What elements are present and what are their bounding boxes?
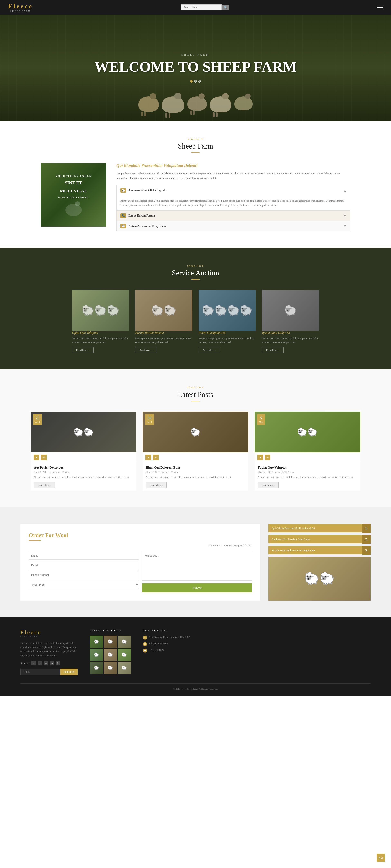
service-card-img-2: 🐑🐑: [135, 290, 192, 331]
service-card-2: 🐑🐑 Earum Rerum Tenetur Neque porro quisq…: [135, 290, 192, 353]
accordion-header-2[interactable]: 🐾 Itaque Earum Rerum ∨: [117, 211, 350, 221]
footer-top: Fleece SHEEP FARM Duis aute irure dolor …: [21, 629, 370, 675]
logo-text: Fleece: [8, 2, 33, 10]
service-card-btn-4[interactable]: Read More...: [262, 347, 283, 353]
numbered-item-text-1: Qui Officia Deserunt Mollit Anim Id Est: [268, 524, 362, 532]
instagram-grid: 🐑 🐑 🐑 🐑 🐑 🐑 🐑 🐑 🐑: [90, 636, 131, 674]
contact-title: CONTACT INFO: [143, 629, 370, 632]
accordion-title-2: Itaque Earum Rerum: [128, 214, 344, 217]
insta-thumb-7[interactable]: 🐑: [90, 662, 103, 674]
post-img-wrap-3: 🐑🐑 5 May: [254, 412, 360, 453]
post-title-3: Fugiat Quo Voluptas: [258, 466, 357, 469]
order-form-container: Order For Wool Neque porro quisquam est …: [21, 524, 260, 600]
message-textarea[interactable]: [142, 552, 252, 581]
post-like-btn-2[interactable]: ♥: [146, 455, 151, 460]
order-image: 🐑🐑: [268, 557, 370, 600]
logo: Fleece SHEEP FARM: [8, 2, 33, 12]
footer-instagram: INSTAGRAM POSTS 🐑 🐑 🐑 🐑 🐑 🐑 🐑 🐑 🐑: [90, 629, 131, 675]
footer-email-input[interactable]: [21, 669, 60, 675]
social-twitter[interactable]: t: [38, 661, 42, 665]
insta-thumb-8[interactable]: 🐑: [104, 662, 117, 674]
post-text-1: Neque porro quisquam est, qui dolorem ip…: [34, 475, 133, 479]
submit-button[interactable]: Submit: [142, 583, 252, 592]
post-meta-1: April 15, 2016 / 5 Comments / 15 Views: [34, 471, 133, 473]
footer-bottom: © 2016 Fleece Sheep Farm. All Rights Res…: [21, 683, 370, 690]
phone-input[interactable]: [29, 571, 139, 579]
posts-grid: 🐑🐑 25 April ♥ ✉ Aut Perfer Doloribus Apr…: [31, 412, 360, 491]
post-date-badge-1: 25 April: [33, 414, 42, 425]
service-card-title-3: Porro Quisquam Est: [199, 331, 256, 335]
accordion-item-1: 🐑 Assumenda Est Cliche Repreh ∧ Anim par…: [117, 185, 350, 211]
order-form-fields: Wool Type Merino Cashmere Angora Lambswo…: [29, 552, 139, 592]
social-googleplus[interactable]: g+: [44, 661, 48, 665]
numbered-item-2: Cupidatat Non Proident, Sunt Culpa 2.: [268, 535, 370, 544]
hero-dot-3[interactable]: [198, 80, 201, 83]
welcome-label: welcome to: [41, 137, 350, 141]
hero-title: WELCOME TO SHEEP FARM: [94, 59, 297, 75]
accordion-body-1: Anim pariatur cliche reprehenderit, enim…: [117, 195, 350, 210]
footer-logo-area: Fleece SHEEP FARM Duis aute irure dolor …: [21, 629, 78, 675]
search-area: 🔍: [181, 4, 229, 10]
service-card-btn-2[interactable]: Read More...: [135, 347, 157, 353]
post-read-more-1[interactable]: Read More...: [34, 482, 55, 488]
post-comment-btn-1[interactable]: ✉: [41, 455, 47, 460]
accordion-title-1: Assumenda Est Cliche Repreh: [128, 189, 344, 192]
search-input[interactable]: [181, 4, 222, 10]
post-actions-2: ♥ ✉: [143, 453, 248, 463]
card-1-sheep: 🐑🐑🐑: [82, 305, 120, 316]
post-comment-btn-3[interactable]: ✉: [265, 455, 270, 460]
post-date-month-3: May: [259, 421, 263, 423]
insta-thumb-1[interactable]: 🐑: [90, 636, 103, 648]
name-input[interactable]: [29, 552, 139, 560]
card-2-sheep: 🐑🐑: [151, 305, 177, 316]
post-like-btn-1[interactable]: ♥: [33, 455, 39, 460]
numbered-item-num-3: 3.: [362, 546, 370, 555]
post-read-more-3[interactable]: Read More...: [258, 482, 279, 488]
order-divider: [29, 540, 41, 540]
hero-section: SHEEP FARM WELCOME TO SHEEP FARM: [0, 15, 391, 121]
email-input[interactable]: [29, 562, 139, 569]
hero-dots: [94, 80, 297, 83]
search-button[interactable]: 🔍: [222, 5, 229, 10]
post-date-badge-2: 30 April: [145, 414, 154, 425]
welcome-content: VOLUPTATES ANDAE SINT ET MOLESTIAE NON R…: [41, 163, 350, 231]
post-comment-btn-2[interactable]: ✉: [153, 455, 158, 460]
accordion-icon-1: 🐑: [120, 188, 126, 193]
service-label: Sheep Farm: [21, 264, 370, 268]
footer-subscribe-button[interactable]: Subscribe: [60, 669, 78, 675]
service-card-btn-1[interactable]: Read More...: [72, 347, 94, 353]
accordion-header-1[interactable]: 🐑 Assumenda Est Cliche Repreh ∧: [117, 185, 350, 195]
insta-thumb-5[interactable]: 🐑: [104, 649, 117, 661]
insta-thumb-9[interactable]: 🐑: [118, 662, 131, 674]
service-card-title-4: Ipsum Quia Dolor Sit: [262, 331, 319, 335]
service-card-btn-3[interactable]: Read More...: [199, 347, 220, 353]
post-like-btn-3[interactable]: ♥: [258, 455, 263, 460]
hamburger-menu[interactable]: [377, 5, 383, 9]
hero-dot-1[interactable]: [190, 80, 193, 83]
hero-sheep-silhouettes: [138, 96, 253, 113]
insta-thumb-3[interactable]: 🐑: [118, 636, 131, 648]
footer-desc: Duis aute irure dolor te reprehenderit i…: [21, 641, 78, 658]
post-image-3: 🐑🐑: [254, 412, 360, 453]
insta-thumb-2[interactable]: 🐑: [104, 636, 117, 648]
wool-type-select[interactable]: Wool Type Merino Cashmere Angora Lambswo…: [29, 581, 139, 589]
hero-dot-2[interactable]: [194, 80, 197, 83]
social-linkedin[interactable]: in: [56, 661, 60, 665]
social-facebook[interactable]: f: [31, 661, 36, 665]
post-content-3: Fugiat Quo Voluptas May 15, 2016 / 5 Com…: [254, 463, 360, 491]
post-image-1: 🐑🐑: [31, 412, 137, 453]
order-right-panel: Qui Officia Deserunt Mollit Anim Id Est …: [268, 524, 370, 600]
welcome-title: Sheep Farm: [41, 142, 350, 150]
accordion: 🐑 Assumenda Est Cliche Repreh ∧ Anim par…: [116, 185, 350, 231]
social-pinterest[interactable]: p: [50, 661, 54, 665]
post-read-more-2[interactable]: Read More...: [146, 482, 167, 488]
contact-email-text: info@example.com: [149, 642, 169, 645]
footer: Fleece SHEEP FARM Duis aute irure dolor …: [0, 617, 391, 696]
numbered-item-text-3: Vel Illum Qui Dolorem Eum Fugiat Quo: [268, 546, 362, 554]
accordion-header-3[interactable]: 🐑 Autem Accusamus Terry Richa ∨: [117, 221, 350, 231]
order-title-pre: Order For: [29, 532, 55, 538]
insta-thumb-6[interactable]: 🐑: [118, 649, 131, 661]
image-sheep: [65, 204, 82, 216]
insta-thumb-4[interactable]: 🐑: [90, 649, 103, 661]
post-date-month-1: April: [35, 421, 40, 423]
